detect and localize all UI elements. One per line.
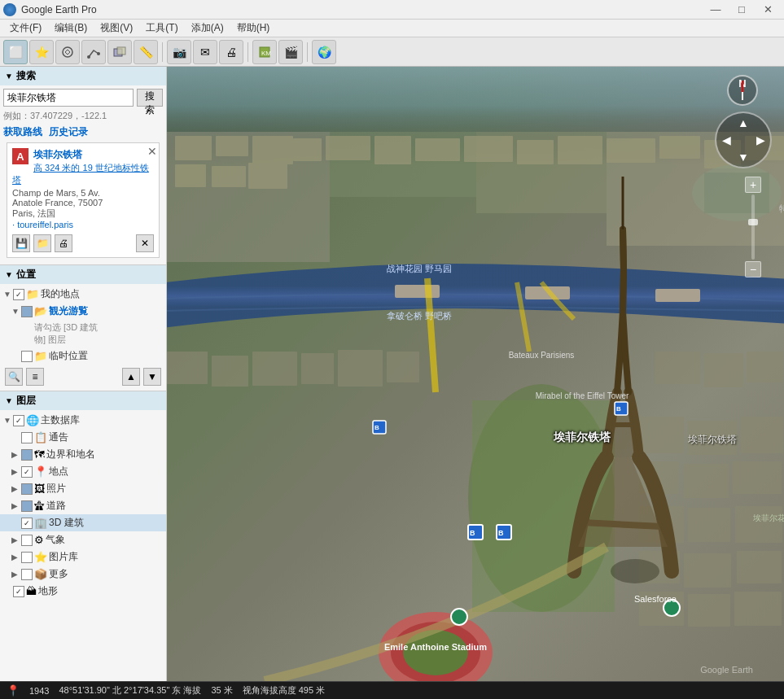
result-description[interactable]: 高 324 米的 19 世纪地标性铁塔 — [12, 162, 154, 186]
minimize-button[interactable]: — — [703, 0, 729, 20]
locations-my-places-row[interactable]: ▼ 📁 我的地点 — [0, 286, 166, 303]
main-db-checkbox[interactable] — [13, 415, 24, 426]
toolbar-photo[interactable]: 📷 — [167, 40, 191, 64]
menubar: 文件(F) 编辑(B) 视图(V) 工具(T) 添加(A) 帮助(H) — [0, 20, 784, 37]
layer-weather[interactable]: ▶ ⚙ 气象 — [0, 531, 166, 548]
compass[interactable]: N — [727, 75, 760, 107]
view-angle-value: 495 米 — [299, 684, 325, 697]
get-route-link[interactable]: 获取路线 — [3, 125, 42, 139]
zoom-out-button[interactable]: − — [745, 261, 761, 277]
result-save-icon[interactable]: 💾 — [12, 234, 30, 252]
layer-places[interactable]: ▶ 📍 地点 — [0, 463, 166, 480]
expand-border: ▶ — [11, 450, 20, 459]
search-input[interactable] — [3, 89, 134, 107]
layer-gallery[interactable]: ▶ ⭐ 图片库 — [0, 548, 166, 566]
svg-rect-42 — [252, 352, 297, 386]
menu-help[interactable]: 帮助(H) — [230, 20, 277, 37]
locations-header[interactable]: ▼ 位置 — [0, 265, 166, 284]
photos-checkbox[interactable] — [21, 483, 33, 495]
toolbar-print[interactable]: 🖨 — [219, 40, 243, 64]
locations-search-btn[interactable]: 🔍 — [5, 368, 23, 386]
locations-down-btn[interactable]: ▼ — [143, 368, 161, 386]
toolbar-path[interactable] — [81, 40, 106, 64]
search-row: 搜索 — [3, 89, 163, 107]
svg-text:B: B — [498, 529, 504, 537]
photos-label: 照片 — [46, 482, 66, 496]
year-value: 1943 — [29, 686, 49, 696]
roads-checkbox[interactable] — [21, 500, 33, 512]
zoom-in-button[interactable]: + — [745, 177, 761, 193]
search-body: 搜索 例如：37.407229，-122.1 获取路线 历史记录 ✕ A 埃菲尔… — [0, 85, 166, 264]
zoom-track[interactable] — [751, 194, 755, 260]
menu-file[interactable]: 文件(F) — [3, 20, 48, 37]
result-close-x[interactable]: ✕ — [136, 234, 154, 252]
locations-list-btn[interactable]: ≡ — [26, 368, 44, 386]
gallery-checkbox[interactable] — [21, 552, 33, 563]
layer-border[interactable]: ▶ 🗺 边界和地名 — [0, 446, 166, 463]
notice-checkbox[interactable] — [21, 432, 33, 443]
temp-checkbox[interactable] — [21, 351, 33, 362]
layer-terrain[interactable]: 🏔 地形 — [0, 583, 166, 600]
weather-checkbox[interactable] — [21, 535, 33, 546]
layers-header[interactable]: ▼ 图层 — [0, 391, 166, 410]
result-close-button[interactable]: ✕ — [147, 145, 157, 158]
expand-weather: ▶ — [11, 535, 20, 544]
toolbar-movie[interactable]: 🎬 — [278, 40, 303, 64]
temp-location-row[interactable]: 📁 临时位置 — [0, 347, 166, 365]
toolbar-draw[interactable] — [55, 40, 80, 64]
layer-main-db[interactable]: ▼ 🌐 主数据库 — [0, 412, 166, 429]
my-places-checkbox[interactable] — [13, 289, 24, 300]
close-button[interactable]: ✕ — [755, 0, 781, 20]
weather-icon: ⚙ — [34, 534, 44, 546]
result-folder-icon[interactable]: 📁 — [33, 234, 51, 252]
search-section: ▼ 搜索 搜索 例如：37.407229，-122.1 获取路线 历史记录 ✕ … — [0, 67, 166, 265]
maximize-button[interactable]: □ — [729, 0, 755, 20]
result-name[interactable]: 埃菲尔铁塔 — [12, 148, 154, 162]
label-eiffel-garden: 埃菲尔花园区 — [752, 513, 784, 522]
3d-buildings-label: 3D 建筑 — [49, 516, 84, 530]
border-checkbox[interactable] — [21, 449, 33, 461]
search-header[interactable]: ▼ 搜索 — [0, 67, 166, 85]
nav-east-button[interactable]: ▶ — [752, 132, 769, 148]
menu-add[interactable]: 添加(A) — [185, 20, 230, 37]
toolbar-overlay[interactable] — [107, 40, 132, 64]
search-button[interactable]: 搜索 — [137, 89, 163, 107]
menu-edit[interactable]: 编辑(B) — [48, 20, 94, 37]
locations-body: ▼ 📁 我的地点 ▼ 📂 観光游覧 请勾选 [3D 建筑物] 图层 📁 临时 — [0, 284, 166, 391]
toolbar-email[interactable]: ✉ — [193, 40, 217, 64]
toolbar-earth[interactable]: 🌍 — [312, 40, 336, 64]
nav-north-button[interactable]: ▲ — [735, 115, 751, 131]
expand-main-db: ▼ — [3, 416, 11, 425]
terrain-checkbox[interactable] — [13, 586, 24, 597]
result-website[interactable]: · toureiffel.paris — [12, 220, 154, 229]
tourism-label[interactable]: 観光游覧 — [49, 304, 88, 318]
svg-rect-49 — [639, 417, 684, 453]
layer-3d-buildings[interactable]: 🏢 3D 建筑 — [0, 514, 166, 531]
svg-rect-18 — [248, 163, 287, 189]
layer-photos[interactable]: ▶ 🖼 照片 — [0, 480, 166, 497]
layer-notice[interactable]: 📋 通告 — [0, 429, 166, 446]
map-area[interactable]: B B B B B 埃菲尔铁塔 埃菲尔铁塔 战神花园 野马园 拿破仑桥 野吧桥 … — [167, 67, 784, 681]
more-checkbox[interactable] — [21, 569, 33, 580]
history-link[interactable]: 历史记录 — [49, 125, 88, 139]
svg-rect-14 — [216, 136, 248, 156]
locations-tourism-row[interactable]: ▼ 📂 観光游覧 — [0, 303, 166, 320]
menu-view[interactable]: 视图(V) — [94, 20, 139, 37]
folder-icon: 📁 — [26, 288, 39, 300]
toolbar-map-view[interactable]: ⬜ — [3, 40, 28, 64]
places-checkbox[interactable] — [21, 466, 33, 478]
result-print-icon[interactable]: 🖨 — [55, 234, 72, 252]
toolbar-kml[interactable]: KML — [252, 40, 277, 64]
menu-tools[interactable]: 工具(T) — [139, 20, 184, 37]
tourism-checkbox[interactable] — [21, 306, 33, 317]
layer-more[interactable]: ▶ 📦 更多 — [0, 566, 166, 583]
toolbar-ruler[interactable]: 📏 — [134, 40, 158, 64]
nav-west-button[interactable]: ◀ — [718, 132, 734, 148]
toolbar-bookmark[interactable]: ⭐ — [29, 40, 54, 64]
gallery-icon: ⭐ — [34, 551, 47, 563]
svg-rect-44 — [338, 350, 383, 387]
locations-up-btn[interactable]: ▲ — [122, 368, 140, 386]
nav-south-button[interactable]: ▼ — [735, 149, 751, 165]
layer-roads[interactable]: ▶ 🛣 道路 — [0, 497, 166, 514]
3d-buildings-checkbox[interactable] — [21, 518, 33, 529]
